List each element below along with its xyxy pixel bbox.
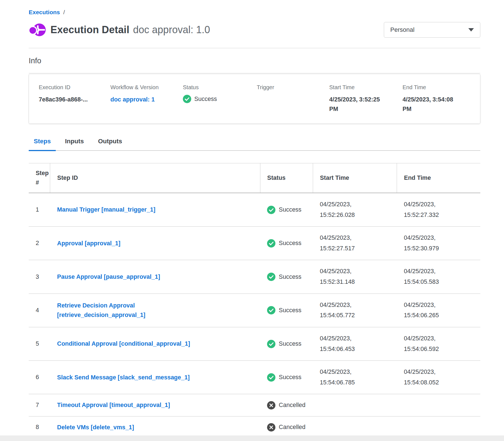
start-time-cell [313, 394, 397, 416]
success-icon [267, 239, 275, 248]
start-time-value: 4/25/2023, 3:52:25 PM [329, 95, 384, 114]
end-time-cell: 04/25/2023, 15:52:27.332 [397, 193, 480, 227]
status-text: Success [279, 273, 301, 280]
field-label: Status [183, 84, 257, 91]
info-field-end-time: End Time 4/25/2023, 3:54:08 PM [403, 84, 477, 114]
table-row: 3 Pause Approval [pause_approval_1] [29, 260, 480, 294]
page: Executions / Execution Detail doc approv… [0, 0, 504, 435]
table-row: 1 Manual Trigger [manual_trigger_1] [29, 193, 480, 227]
workspace-select[interactable]: Personal [384, 22, 480, 38]
step-id-link[interactable]: Manual Trigger [manual_trigger_1] [57, 205, 155, 214]
status-cell: Success [260, 193, 313, 227]
step-id-link[interactable]: Pause Approval [pause_approval_1] [57, 272, 160, 282]
status-text: Cancelled [279, 424, 306, 431]
field-label: End Time [403, 84, 477, 91]
cancelled-icon [267, 401, 275, 410]
success-icon [267, 206, 275, 214]
field-label: Trigger [257, 84, 329, 91]
end-time-cell [397, 394, 480, 416]
end-time-cell: 04/25/2023, 15:54:06.265 [397, 294, 480, 327]
info-section-heading: Info [29, 57, 480, 65]
header-start-time: Start Time [313, 163, 397, 193]
status-cell: Cancelled [260, 416, 313, 435]
start-time-cell: 04/25/2023, 15:54:06.453 [313, 327, 397, 360]
tab-inputs[interactable]: Inputs [60, 138, 89, 151]
status-text: Success [279, 240, 301, 247]
status-text: Success [279, 307, 301, 314]
workflow-version-link[interactable]: doc approval: 1 [110, 95, 155, 104]
info-field-status: Status Success [183, 84, 257, 114]
header-step-number: Step # [29, 163, 50, 193]
status-text: Cancelled [279, 402, 306, 409]
step-number-cell: 7 [29, 394, 50, 416]
end-time-cell: 04/25/2023, 15:54:06.592 [397, 327, 480, 360]
step-number-cell: 4 [29, 294, 50, 327]
success-icon [267, 273, 275, 281]
step-number-cell: 6 [29, 361, 50, 394]
table-row: 2 Approval [approval_1] Success [29, 227, 480, 260]
info-field-trigger: Trigger [257, 84, 329, 114]
tab-outputs[interactable]: Outputs [93, 138, 127, 151]
status-cell: Success [260, 294, 313, 327]
workflow-logo-icon [29, 21, 46, 38]
field-label: Execution ID [39, 84, 110, 91]
table-row: 7 Timeout Approval [timeout_approval_1] [29, 394, 480, 416]
success-icon [183, 95, 191, 103]
step-number-cell: 5 [29, 327, 50, 360]
step-id-cell: Timeout Approval [timeout_approval_1] [50, 394, 260, 416]
success-icon [267, 373, 275, 382]
tab-steps[interactable]: Steps [29, 138, 56, 151]
cancelled-icon [267, 423, 275, 432]
step-id-cell: Delete VMs [delete_vms_1] [50, 416, 260, 435]
start-time-cell [313, 416, 397, 435]
status-cell: Success [260, 361, 313, 394]
start-time-cell: 04/25/2023, 15:54:05.772 [313, 294, 397, 327]
status-cell: Success [260, 227, 313, 260]
end-time-cell [397, 416, 480, 435]
status-cell: Cancelled [260, 394, 313, 416]
page-background-strip [0, 435, 504, 441]
status-text: Success [279, 374, 301, 381]
status-cell: Success [260, 260, 313, 294]
step-id-link[interactable]: Conditional Approval [conditional_approv… [57, 339, 190, 348]
step-number-cell: 8 [29, 416, 50, 435]
info-field-workflow-version: Workflow & Version doc approval: 1 [110, 84, 183, 114]
divider [29, 48, 480, 48]
steps-table: Step # Step ID Status Start Time End Tim… [29, 163, 480, 435]
step-id-cell: Pause Approval [pause_approval_1] [50, 260, 260, 294]
end-time-cell: 04/25/2023, 15:54:08.052 [397, 361, 480, 394]
step-id-link[interactable]: Delete VMs [delete_vms_1] [57, 423, 134, 432]
page-title: Execution Detail [50, 24, 129, 36]
divider [29, 73, 480, 73]
header-status: Status [260, 163, 313, 193]
header-step-id: Step ID [50, 163, 260, 193]
table-header-row: Step # Step ID Status Start Time End Tim… [29, 163, 480, 193]
step-id-cell: Slack Send Message [slack_send_message_1… [50, 361, 260, 394]
table-row: 4 Retrieve Decision Approval [retrieve_d… [29, 294, 480, 327]
breadcrumb-executions-link[interactable]: Executions [29, 9, 60, 16]
start-time-cell: 04/25/2023, 15:52:26.028 [313, 193, 397, 227]
field-label: Workflow & Version [110, 84, 183, 91]
execution-info-card: Execution ID 7e8ac396-a868-... Workflow … [29, 74, 480, 124]
tab-bar: Steps Inputs Outputs [29, 138, 480, 151]
success-icon [267, 306, 275, 314]
start-time-cell: 04/25/2023, 15:54:06.785 [313, 361, 397, 394]
step-id-cell: Manual Trigger [manual_trigger_1] [50, 193, 260, 227]
table-row: 8 Delete VMs [delete_vms_1] Canc [29, 416, 480, 435]
step-id-link[interactable]: Timeout Approval [timeout_approval_1] [57, 400, 170, 410]
status-text: Success [279, 206, 301, 213]
step-id-link[interactable]: Approval [approval_1] [57, 239, 120, 248]
breadcrumb: Executions / [29, 0, 480, 16]
step-id-link[interactable]: Retrieve Decision Approval [retrieve_dec… [57, 301, 208, 320]
end-time-cell: 04/25/2023, 15:52:30.979 [397, 227, 480, 260]
end-time-cell: 04/25/2023, 15:54:05.583 [397, 260, 480, 294]
status-text: Success [279, 340, 301, 347]
step-number-cell: 2 [29, 227, 50, 260]
step-number-cell: 1 [29, 193, 50, 227]
table-row: 5 Conditional Approval [conditional_appr… [29, 327, 480, 360]
step-id-link[interactable]: Slack Send Message [slack_send_message_1… [57, 373, 190, 382]
step-number-cell: 3 [29, 260, 50, 294]
step-id-cell: Retrieve Decision Approval [retrieve_dec… [50, 294, 260, 327]
success-icon [267, 340, 275, 348]
field-label: Start Time [329, 84, 403, 91]
